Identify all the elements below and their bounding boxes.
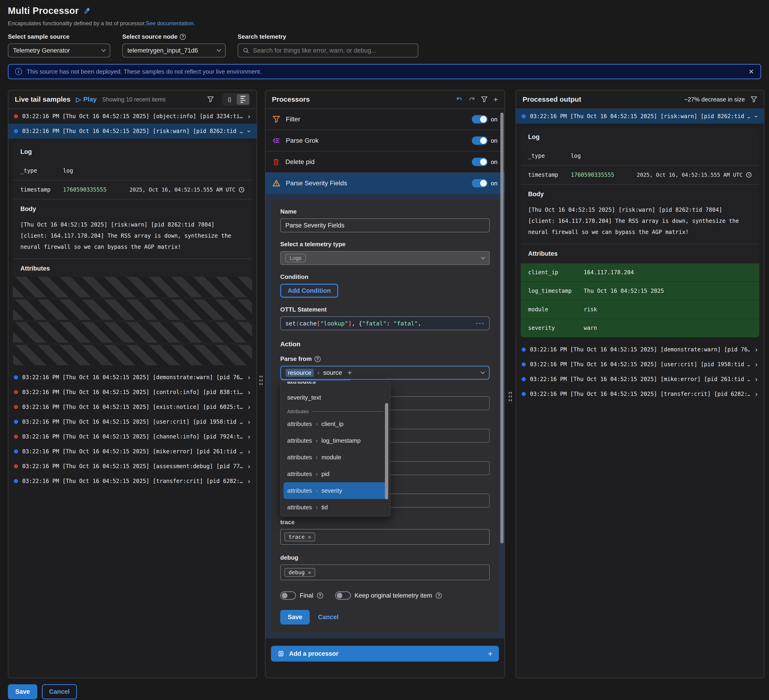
log-row[interactable]: 03:22:16 PM [Thu Oct 16 04:52:15 2025] [… <box>8 399 257 414</box>
source-node-select[interactable]: telemetrygen_input_71d6 <box>122 43 225 58</box>
chevron-right-icon[interactable]: › <box>754 346 758 354</box>
filter-icon[interactable] <box>481 96 488 103</box>
dropdown-item-tid[interactable]: attributes›tid <box>281 499 390 516</box>
json-view-button[interactable]: {} <box>223 94 236 105</box>
chevron-down-icon[interactable]: › <box>245 129 253 133</box>
editor-cancel-button[interactable]: Cancel <box>318 614 339 621</box>
processor-row-parse-severity-fields[interactable]: Parse Severity Fields on <box>265 173 505 194</box>
chevron-right-icon[interactable]: › <box>754 360 758 369</box>
dropdown-item-pid[interactable]: attributes›pid <box>281 465 390 482</box>
dropdown-item-label: tid <box>322 504 328 511</box>
processor-toggle[interactable] <box>472 137 487 145</box>
ottl-statement-input[interactable]: set(cache["lookup"], {"fatal": "fatal", … <box>280 316 490 330</box>
log-row[interactable]: 03:22:16 PM [Thu Oct 16 04:52:15 2025] [… <box>8 414 257 429</box>
help-icon[interactable]: ? <box>436 592 442 599</box>
remove-chip-icon[interactable]: ✕ <box>308 534 311 540</box>
processors-panel: Processors + Filter on Parse Grok <box>265 90 505 678</box>
toggle-state-label: on <box>491 158 497 166</box>
dropdown-item-log-timestamp[interactable]: attributes›log_timestamp <box>281 432 390 449</box>
cancel-button[interactable]: Cancel <box>42 684 77 699</box>
remove-chip-icon[interactable]: ✕ <box>308 570 311 575</box>
timestamp-value: 1760590335555 <box>63 187 106 193</box>
filter-icon[interactable] <box>207 96 214 103</box>
processor-toggle[interactable] <box>472 179 487 187</box>
list-view-button[interactable] <box>237 94 249 105</box>
help-icon[interactable]: ? <box>317 592 323 599</box>
chevron-down-icon[interactable]: › <box>752 114 760 118</box>
save-button[interactable]: Save <box>8 684 37 699</box>
log-row[interactable]: 03:22:16 PM [Thu Oct 16 04:52:15 2025] [… <box>516 357 764 372</box>
see-documentation-link[interactable]: See documentation. <box>146 20 195 26</box>
parse-from-segment-selected[interactable]: resource <box>286 369 314 377</box>
attribute-row-added: client_ip164.117.178.204 <box>521 263 759 282</box>
debug-values-field[interactable]: debug✕ <box>280 565 490 580</box>
panel-resize-handle[interactable] <box>257 90 265 678</box>
log-row[interactable]: 03:22:16 PM [Thu Oct 16 04:52:15 2025] [… <box>8 429 257 444</box>
output-row-selected[interactable]: 03:22:16 PM [Thu Oct 16 04:52:15 2025] [… <box>516 109 764 124</box>
chevron-right-icon[interactable]: › <box>247 112 251 121</box>
chevron-right-icon[interactable]: › <box>754 375 758 383</box>
editor-save-button[interactable]: Save <box>280 610 310 624</box>
log-row[interactable]: 03:22:16 PM [Thu Oct 16 04:52:15 2025] [… <box>516 386 764 401</box>
chevron-right-icon[interactable]: › <box>247 373 251 381</box>
log-section-heading: Log <box>20 148 245 155</box>
log-row[interactable]: 03:22:16 PM [Thu Oct 16 04:52:15 2025] [… <box>8 109 257 124</box>
telemetry-type-select[interactable]: Logs <box>280 251 490 265</box>
attribute-row-added: log_timestampThu Oct 16 04:52:15 2025 <box>521 282 759 301</box>
dropdown-scrollbar[interactable] <box>385 403 388 499</box>
log-row-selected[interactable]: 03:22:16 PM [Thu Oct 16 04:52:15 2025] [… <box>8 124 257 138</box>
log-row[interactable]: 03:22:16 PM [Thu Oct 16 04:52:15 2025] [… <box>8 370 257 385</box>
chevron-right-icon[interactable]: › <box>247 477 251 485</box>
log-row[interactable]: 03:22:16 PM [Thu Oct 16 04:52:15 2025] [… <box>516 372 764 386</box>
processor-row-filter[interactable]: Filter on <box>265 109 505 130</box>
play-button[interactable]: ▷Play <box>76 96 97 103</box>
banner-close-icon[interactable]: ✕ <box>749 68 754 76</box>
chevron-right-icon[interactable]: › <box>247 462 251 470</box>
keep-original-toggle[interactable] <box>335 591 351 600</box>
undo-icon[interactable] <box>456 96 463 103</box>
page-title: Multi Processor <box>8 6 79 16</box>
processor-row-parse-grok[interactable]: Parse Grok on <box>265 130 505 151</box>
log-row[interactable]: 03:22:16 PM [Thu Oct 16 04:52:15 2025] [… <box>8 385 257 399</box>
add-processor-icon[interactable]: + <box>493 95 498 104</box>
chevron-right-icon[interactable]: › <box>754 390 758 398</box>
add-segment-icon[interactable]: + <box>347 369 352 377</box>
log-row[interactable]: 03:22:16 PM [Thu Oct 16 04:52:15 2025] [… <box>516 342 764 357</box>
parse-from-field[interactable]: resource › source + <box>280 366 490 380</box>
chevron-right-icon[interactable]: › <box>247 388 251 396</box>
search-telemetry-input[interactable] <box>253 47 413 54</box>
filter-icon[interactable] <box>750 96 758 103</box>
chevron-right-icon[interactable]: › <box>247 418 251 426</box>
code-token: , <box>352 320 359 327</box>
dropdown-item-client-ip[interactable]: attributes›client_ip <box>281 415 390 432</box>
dropdown-item-severity[interactable]: attributes›severity <box>283 482 387 499</box>
add-processor-bar[interactable]: Add a processor + <box>271 646 499 661</box>
edit-title-icon[interactable] <box>84 7 90 14</box>
processor-toggle[interactable] <box>472 115 487 124</box>
log-row[interactable]: 03:22:16 PM [Thu Oct 16 04:52:15 2025] [… <box>8 459 257 474</box>
processor-toggle[interactable] <box>472 158 487 166</box>
dropdown-item-module[interactable]: attributesattributes›module <box>281 449 390 465</box>
processor-name-input[interactable] <box>280 219 490 232</box>
chevron-right-icon[interactable]: › <box>247 433 251 441</box>
trace-values-field[interactable]: trace✕ <box>280 529 490 545</box>
add-processor-label: Add a processor <box>289 650 338 657</box>
chevron-right-icon[interactable]: › <box>247 447 251 455</box>
sample-source-select[interactable]: Telemetry Generator <box>8 43 110 58</box>
redo-icon[interactable] <box>468 96 475 103</box>
attr-value: risk <box>584 306 597 313</box>
dropdown-item-severity-text[interactable]: severity_text <box>281 389 390 406</box>
help-icon[interactable]: ? <box>180 34 186 40</box>
expand-statement-icon[interactable]: ••• <box>476 321 484 326</box>
add-condition-button[interactable]: Add Condition <box>280 284 338 298</box>
chevron-right-icon[interactable]: › <box>247 403 251 411</box>
processor-editor-region: Name Select a telemetry type Logs Condit… <box>265 194 505 638</box>
log-row[interactable]: 03:22:16 PM [Thu Oct 16 04:52:15 2025] [… <box>8 444 257 459</box>
parse-from-segment[interactable]: source <box>323 369 342 377</box>
processors-scrollbar[interactable] <box>500 113 504 544</box>
panel-resize-handle[interactable] <box>505 90 516 678</box>
final-toggle[interactable] <box>280 591 296 600</box>
processor-row-delete-pid[interactable]: Delete pid on <box>265 151 505 173</box>
log-row[interactable]: 03:22:16 PM [Thu Oct 16 04:52:15 2025] [… <box>8 474 257 489</box>
help-icon[interactable]: ? <box>315 356 320 362</box>
